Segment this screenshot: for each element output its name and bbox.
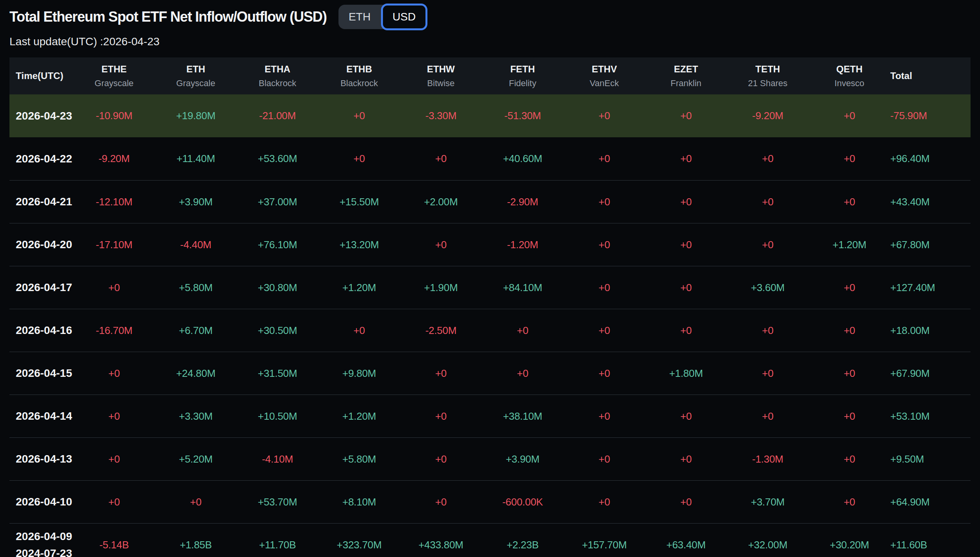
value-cell: -4.10M (237, 453, 318, 465)
value-cell: -9.20M (73, 153, 155, 165)
value-cell: +0 (727, 196, 809, 208)
value-cell: -1.20M (482, 239, 564, 251)
value-cell: +157.70M (564, 539, 645, 551)
date-cell: 2026-04-21 (9, 193, 73, 210)
value-cell: -12.10M (73, 196, 155, 208)
date-line: 2026-04-16 (16, 322, 73, 339)
value-cell: +0 (564, 153, 645, 165)
value-cell: +0 (482, 367, 564, 380)
value-cell: +1.20M (318, 410, 400, 422)
value-cell: +5.20M (155, 453, 237, 465)
col-header-ethw: ETHWBitwise (400, 64, 482, 89)
total-cell: +96.40M (890, 153, 971, 165)
value-cell: +13.20M (318, 239, 400, 251)
value-cell: +11.40M (155, 153, 237, 165)
value-cell: +0 (73, 282, 155, 294)
value-cell: +2.23B (482, 539, 564, 551)
value-cell: +0 (808, 282, 890, 294)
date-line: 2026-04-15 (16, 365, 73, 382)
date-line: 2026-04-21 (16, 193, 73, 210)
col-header-qeth: QETHInvesco (808, 64, 890, 89)
value-cell: +0 (645, 110, 727, 122)
value-cell: +31.50M (237, 367, 318, 380)
date-line: 2026-04-17 (16, 279, 73, 296)
value-cell: +0 (73, 496, 155, 508)
col-ticker: ETHB (318, 64, 400, 75)
date-line: 2026-04-14 (16, 408, 73, 424)
value-cell: -51.30M (482, 110, 564, 122)
value-cell: +0 (808, 496, 890, 508)
value-cell: +24.80M (155, 367, 237, 380)
value-cell: -5.14B (73, 539, 155, 551)
col-ticker: ETHE (73, 64, 155, 75)
col-header-time: Time(UTC) (9, 70, 73, 81)
value-cell: +0 (73, 453, 155, 465)
col-issuer: Bitwise (400, 78, 482, 89)
date-line: 2026-04-23 (16, 107, 73, 124)
value-cell: +0 (564, 110, 645, 122)
value-cell: +0 (808, 453, 890, 465)
col-header-ezet: EZETFranklin (645, 64, 727, 89)
value-cell: +0 (564, 367, 645, 380)
value-cell: +32.00M (727, 539, 809, 551)
value-cell: +0 (400, 496, 482, 508)
col-ticker: FETH (482, 64, 564, 75)
table-row: 2026-04-23-10.90M+19.80M-21.00M+0-3.30M-… (9, 94, 971, 137)
col-header-ethe: ETHEGrayscale (73, 64, 155, 89)
value-cell: +0 (400, 239, 482, 251)
col-issuer: Fidelity (482, 78, 564, 89)
value-cell: +1.85B (155, 539, 237, 551)
etf-flow-page: Total Ethereum Spot ETF Net Inflow/Outfl… (0, 0, 980, 557)
value-cell: +1.20M (318, 282, 400, 294)
value-cell: +0 (645, 282, 727, 294)
col-issuer: Invesco (808, 78, 890, 89)
value-cell: -4.40M (155, 239, 237, 251)
value-cell: +0 (645, 325, 727, 337)
table-row: 2026-04-13+0+5.20M-4.10M+5.80M+0+3.90M+0… (9, 437, 971, 480)
value-cell: +0 (564, 196, 645, 208)
col-header-etha: ETHABlackrock (237, 64, 318, 89)
total-cell: +67.80M (890, 239, 971, 251)
table-row: 2026-04-20-17.10M-4.40M+76.10M+13.20M+0-… (9, 223, 971, 266)
currency-toggle: ETH USD (338, 5, 426, 29)
date-cell: 2026-04-23 (9, 107, 73, 124)
total-cell: +64.90M (890, 496, 971, 508)
col-issuer: Grayscale (155, 78, 237, 89)
value-cell: -2.50M (400, 325, 482, 337)
date-line: 2026-04-20 (16, 236, 73, 253)
value-cell: +38.10M (482, 410, 564, 422)
total-cell: -75.90M (890, 110, 971, 122)
date-line: 2026-04-13 (16, 450, 73, 467)
table-row: 2026-04-092024-07-23-5.14B+1.85B+11.70B+… (9, 523, 971, 557)
value-cell: +0 (73, 367, 155, 380)
total-cell: +9.50M (890, 453, 971, 465)
table-row: 2026-04-10+0+0+53.70M+8.10M+0-600.00K+0+… (9, 480, 971, 523)
value-cell: +1.80M (645, 367, 727, 380)
value-cell: +0 (727, 325, 809, 337)
value-cell: +0 (645, 496, 727, 508)
value-cell: +3.60M (727, 282, 809, 294)
table-row: 2026-04-17+0+5.80M+30.80M+1.20M+1.90M+84… (9, 266, 971, 309)
date-line: 2024-07-23 (16, 545, 73, 557)
value-cell: +5.80M (318, 453, 400, 465)
value-cell: +15.50M (318, 196, 400, 208)
toggle-eth-button[interactable]: ETH (338, 5, 381, 29)
value-cell: +3.90M (482, 453, 564, 465)
value-cell: +0 (564, 282, 645, 294)
value-cell: +3.90M (155, 196, 237, 208)
total-cell: +18.00M (890, 325, 971, 337)
value-cell: +0 (564, 496, 645, 508)
col-ticker: TETH (727, 64, 809, 75)
col-ticker: ETHW (400, 64, 482, 75)
value-cell: +30.80M (237, 282, 318, 294)
value-cell: -16.70M (73, 325, 155, 337)
date-cell: 2026-04-17 (9, 279, 73, 296)
last-update-label: Last update(UTC) :2026-04-23 (0, 35, 980, 48)
value-cell: +2.00M (400, 196, 482, 208)
value-cell: -17.10M (73, 239, 155, 251)
date-line: 2026-04-22 (16, 150, 73, 167)
value-cell: +0 (808, 110, 890, 122)
value-cell: -21.00M (237, 110, 318, 122)
toggle-usd-button[interactable]: USD (381, 4, 427, 30)
value-cell: -9.20M (727, 110, 809, 122)
